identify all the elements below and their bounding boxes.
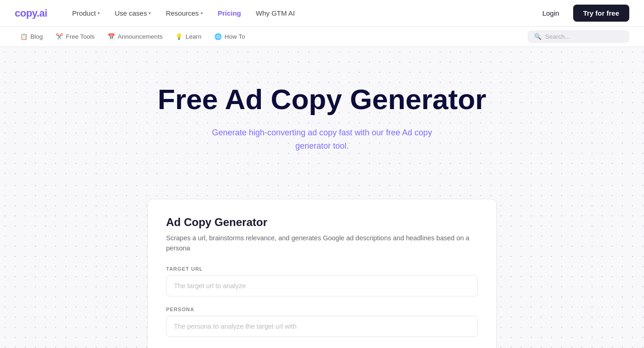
sub-nav-link-learn[interactable]: 💡Learn [170, 30, 207, 43]
announcements-icon: 📅 [108, 33, 115, 40]
sub-nav-link-how-to[interactable]: 🌐How To [209, 30, 251, 43]
nav-link-pricing[interactable]: Pricing [211, 6, 247, 21]
login-button[interactable]: Login [534, 6, 568, 21]
field-input-persona[interactable] [166, 316, 478, 337]
field-target_url: TARGET URL [166, 266, 478, 307]
search-input[interactable] [545, 33, 623, 40]
hero-subtitle: Generate high-converting ad copy fast wi… [193, 126, 451, 153]
tool-card: Ad Copy Generator Scrapes a url, brainst… [147, 199, 497, 348]
chevron-down-icon: ▾ [201, 11, 203, 16]
nav-link-use-cases[interactable]: Use cases ▾ [108, 6, 157, 21]
nav-links: Product ▾Use cases ▾Resources ▾PricingWh… [66, 6, 534, 21]
free tools-icon: ✂️ [56, 33, 63, 40]
field-persona: PERSONA [166, 307, 478, 347]
field-label-target_url: TARGET URL [166, 266, 478, 272]
tool-description: Scrapes a url, brainstorms relevance, an… [166, 233, 478, 254]
sub-nav-link-free-tools[interactable]: ✂️Free Tools [50, 30, 100, 43]
nav-actions: Login Try for free [534, 5, 629, 22]
sub-nav-link-blog[interactable]: 📋Blog [15, 30, 48, 43]
nav-link-why-gtm-ai[interactable]: Why GTM AI [249, 6, 301, 21]
search-bar[interactable]: 🔍 [528, 30, 629, 43]
main-navigation: copy.ai Product ▾Use cases ▾Resources ▾P… [0, 0, 644, 27]
sub-nav-link-announcements[interactable]: 📅Announcements [102, 30, 168, 43]
try-for-free-button[interactable]: Try for free [573, 5, 629, 22]
blog-icon: 📋 [20, 33, 28, 40]
hero-title: Free Ad Copy Generator [138, 84, 506, 115]
hero-section: Free Ad Copy Generator Generate high-con… [0, 47, 644, 180]
learn-icon: 💡 [175, 33, 183, 40]
nav-link-product[interactable]: Product ▾ [66, 6, 107, 21]
how to-icon: 🌐 [214, 33, 222, 40]
search-icon: 🔍 [534, 33, 541, 40]
chevron-down-icon: ▾ [98, 11, 100, 16]
field-label-persona: PERSONA [166, 307, 478, 312]
tool-fields: TARGET URLPERSONA [166, 266, 478, 347]
field-input-target_url[interactable] [166, 275, 478, 296]
sub-navigation: 📋Blog✂️Free Tools📅Announcements💡Learn🌐Ho… [0, 27, 644, 47]
chevron-down-icon: ▾ [149, 11, 151, 16]
logo[interactable]: copy.ai [15, 7, 47, 19]
sub-nav-links: 📋Blog✂️Free Tools📅Announcements💡Learn🌐Ho… [15, 30, 528, 43]
nav-link-resources[interactable]: Resources ▾ [159, 6, 209, 21]
logo-text-accent: .ai [37, 7, 47, 19]
tool-title: Ad Copy Generator [166, 216, 478, 229]
tool-section: Ad Copy Generator Scrapes a url, brainst… [0, 180, 644, 348]
logo-text-main: copy [15, 7, 37, 19]
